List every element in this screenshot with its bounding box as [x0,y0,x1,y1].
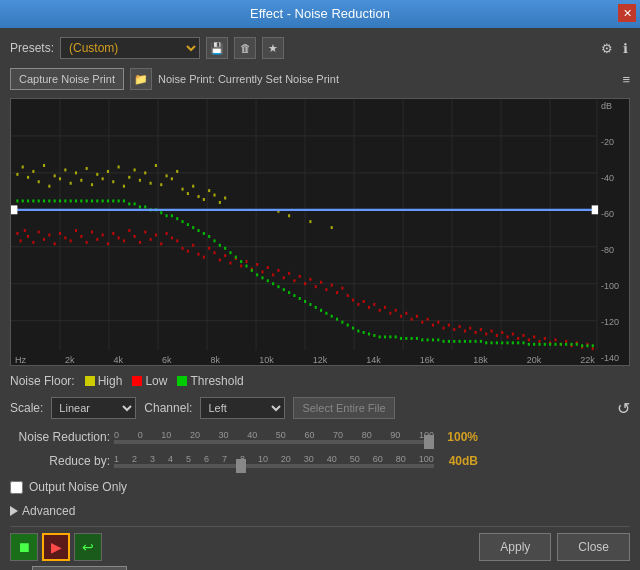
svg-rect-276 [570,343,572,346]
svg-rect-114 [522,334,524,337]
noise-reduction-row: Noise Reduction: 0 0 10 20 30 40 50 60 7… [10,426,630,448]
svg-rect-32 [86,241,88,244]
svg-rect-214 [240,260,242,263]
svg-rect-223 [288,291,290,294]
svg-rect-37 [112,232,114,235]
svg-rect-246 [411,337,413,340]
svg-rect-169 [288,214,290,217]
svg-rect-188 [102,199,104,202]
svg-rect-277 [576,343,578,346]
svg-rect-256 [464,340,466,343]
svg-rect-127 [592,347,594,350]
window-title: Effect - Noise Reduction [250,6,390,21]
advanced-triangle-icon [10,506,18,516]
channel-label: Channel: [144,401,192,415]
svg-rect-76 [320,281,322,284]
svg-rect-50 [181,247,183,250]
svg-rect-122 [565,340,567,343]
svg-rect-43 [144,231,146,234]
scale-select[interactable]: LinearLogarithmic [51,397,136,419]
svg-rect-96 [427,318,429,321]
svg-rect-82 [352,299,354,302]
svg-rect-83 [357,303,359,306]
svg-rect-202 [176,217,178,220]
svg-rect-159 [181,188,183,191]
svg-rect-115 [528,338,530,341]
svg-rect-108 [490,330,492,333]
svg-rect-130 [27,176,29,179]
svg-rect-242 [389,335,391,338]
svg-rect-59 [229,262,231,265]
svg-rect-221 [277,285,279,288]
legend-high-label: High [98,374,123,388]
svg-rect-24 [43,238,45,241]
svg-rect-68 [277,269,279,272]
high-color-dot [85,376,95,386]
svg-rect-49 [176,239,178,242]
channel-select[interactable]: LeftRightBoth [200,397,285,419]
preview-play-stop-button[interactable]: ▶ [42,533,70,561]
svg-rect-274 [560,343,562,346]
legend-low: Low [132,374,167,388]
apply-button[interactable]: Apply [479,533,551,561]
star-preset-button[interactable]: ★ [262,37,284,59]
svg-rect-51 [187,250,189,253]
noise-reduction-slider[interactable] [114,440,434,444]
svg-rect-226 [304,300,306,303]
svg-rect-213 [235,256,237,259]
delete-preset-button[interactable]: 🗑 [234,37,256,59]
output-button[interactable]: ↩ [74,533,102,561]
svg-rect-201 [171,214,173,217]
svg-rect-220 [272,282,274,285]
svg-rect-110 [501,331,503,334]
settings-icon-button[interactable]: ⚙ [599,39,615,58]
svg-rect-138 [70,182,72,185]
reduce-by-slider[interactable] [114,464,434,468]
close-button[interactable]: Close [557,533,630,561]
svg-rect-154 [155,164,157,167]
svg-rect-29 [70,239,72,242]
svg-rect-183 [75,199,77,202]
action-buttons: Apply Close [479,533,630,561]
advanced-row[interactable]: Advanced [10,502,630,520]
presets-label: Presets: [10,41,54,55]
svg-rect-135 [54,174,56,177]
svg-rect-260 [485,341,487,344]
main-container: Presets: (Custom) 💾 🗑 ★ ⚙ ℹ Capture Nois… [0,28,640,570]
svg-rect-206 [197,229,199,232]
save-preset-button[interactable]: 💾 [206,37,228,59]
svg-rect-218 [261,276,263,279]
svg-rect-238 [368,332,370,335]
close-window-button[interactable]: ✕ [618,4,636,22]
svg-rect-22 [32,241,34,244]
stop-button[interactable]: ⏹ [10,533,38,561]
svg-rect-250 [432,338,434,341]
svg-rect-210 [219,244,221,247]
output-noise-only-checkbox[interactable] [10,481,23,494]
svg-rect-116 [533,335,535,338]
svg-rect-143 [96,173,98,176]
noise-print-label: Noise Print: Currently Set Noise Print [158,73,339,85]
svg-rect-244 [400,337,402,340]
bottom-bar: ⏹ ▶ Preview Play/Stop ↩ Apply Close [10,526,630,562]
presets-select[interactable]: (Custom) [60,37,200,59]
svg-rect-196 [144,205,146,208]
load-noise-print-button[interactable]: 📁 [130,68,152,90]
svg-rect-251 [437,338,439,341]
select-entire-file-button[interactable]: Select Entire File [293,397,394,419]
capture-noise-print-button[interactable]: Capture Noise Print [10,68,124,90]
svg-rect-175 [32,199,34,202]
reset-button[interactable]: ↺ [617,399,630,418]
svg-rect-172 [16,199,18,202]
low-color-dot [132,376,142,386]
noise-print-list-button[interactable]: ≡ [622,72,630,87]
svg-rect-189 [107,199,109,202]
svg-rect-166 [219,201,221,204]
svg-rect-78 [331,284,333,287]
play-controls: ⏹ ▶ Preview Play/Stop ↩ [10,533,102,561]
info-icon-button[interactable]: ℹ [621,39,630,58]
svg-rect-245 [405,337,407,340]
svg-rect-160 [187,192,189,195]
svg-rect-170 [309,220,311,223]
svg-rect-266 [517,341,519,344]
